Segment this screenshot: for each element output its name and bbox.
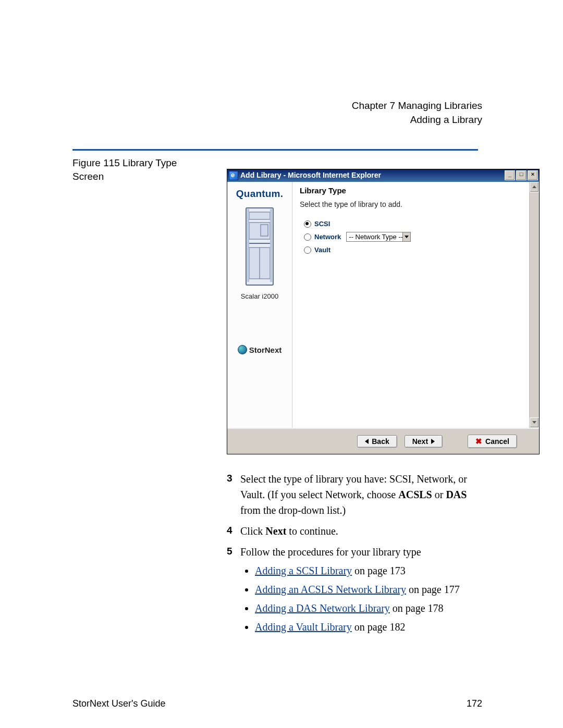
page-footer: StorNext User's Guide 172 bbox=[72, 698, 482, 709]
window-controls: _ □ × bbox=[505, 169, 539, 182]
content-panel: Library Type Select the type of library … bbox=[292, 182, 539, 428]
close-button[interactable]: × bbox=[528, 170, 538, 180]
step-3: 3 Select the type of library you have: S… bbox=[227, 471, 482, 518]
chevron-down-icon[interactable] bbox=[402, 232, 410, 241]
option-network-label: Network bbox=[314, 233, 341, 241]
radio-icon[interactable] bbox=[304, 233, 311, 241]
step-list: 3 Select the type of library you have: S… bbox=[227, 471, 482, 643]
back-button[interactable]: Back bbox=[357, 435, 397, 448]
tape-library-icon bbox=[243, 207, 276, 286]
section-title: Adding a Library bbox=[352, 113, 482, 127]
scroll-track[interactable] bbox=[530, 192, 539, 417]
list-item: Adding a SCSI Library on page 173 bbox=[255, 563, 482, 578]
link-vault[interactable]: Adding a Vault Library bbox=[255, 621, 352, 633]
svg-rect-3 bbox=[261, 225, 268, 236]
option-scsi-label: SCSI bbox=[314, 220, 330, 228]
svg-marker-10 bbox=[532, 186, 536, 188]
svg-marker-9 bbox=[405, 236, 409, 238]
maximize-button[interactable]: □ bbox=[516, 170, 527, 180]
svg-rect-8 bbox=[270, 209, 272, 282]
cancel-label: Cancel bbox=[485, 437, 509, 446]
next-label: Next bbox=[412, 437, 428, 446]
option-vault[interactable]: Vault bbox=[304, 246, 532, 254]
scrollbar[interactable] bbox=[529, 182, 539, 428]
svg-rect-7 bbox=[247, 209, 249, 282]
sidebar-panel: Quantum. Scalar i2000 bbox=[227, 182, 292, 428]
chapter-title: Chapter 7 Managing Libraries bbox=[352, 99, 482, 113]
scroll-up-icon[interactable] bbox=[530, 182, 539, 192]
link-acsls[interactable]: Adding an ACSLS Network Library bbox=[255, 584, 406, 595]
step-number: 4 bbox=[227, 523, 240, 539]
horizontal-rule bbox=[72, 149, 478, 151]
figure-caption: Figure 115 Library Type Screen bbox=[72, 156, 187, 183]
step-4: 4 Click Next to continue. bbox=[227, 523, 482, 539]
next-button[interactable]: Next bbox=[405, 435, 443, 448]
button-bar: Back Next ✖ Cancel bbox=[227, 428, 539, 454]
list-item: Adding a DAS Network Library on page 178 bbox=[255, 600, 482, 616]
minimize-button[interactable]: _ bbox=[505, 170, 515, 180]
sub-links: Adding a SCSI Library on page 173 Adding… bbox=[255, 563, 482, 635]
network-type-value: -- Network Type -- bbox=[349, 233, 403, 241]
radio-icon[interactable] bbox=[304, 220, 311, 228]
list-item: Adding a Vault Library on page 182 bbox=[255, 619, 482, 635]
list-item: Adding an ACSLS Network Library on page … bbox=[255, 582, 482, 597]
cancel-button[interactable]: ✖ Cancel bbox=[468, 435, 517, 448]
arrow-left-icon bbox=[365, 439, 369, 444]
quantum-logo: Quantum. bbox=[236, 188, 283, 200]
step-number: 5 bbox=[227, 544, 240, 638]
footer-left: StorNext User's Guide bbox=[72, 698, 166, 709]
footer-page-number: 172 bbox=[467, 698, 482, 709]
svg-rect-1 bbox=[249, 212, 270, 219]
window-titlebar: Add Library - Microsoft Internet Explore… bbox=[227, 169, 539, 182]
running-header: Chapter 7 Managing Libraries Adding a Li… bbox=[352, 99, 482, 127]
globe-icon bbox=[238, 345, 247, 354]
radio-icon[interactable] bbox=[304, 246, 311, 254]
ie-icon bbox=[229, 171, 238, 180]
link-scsi[interactable]: Adding a SCSI Library bbox=[255, 565, 352, 576]
screenshot-window: Add Library - Microsoft Internet Explore… bbox=[227, 169, 540, 454]
content-subtitle: Select the type of library to add. bbox=[300, 200, 532, 208]
back-label: Back bbox=[372, 437, 389, 446]
arrow-right-icon bbox=[431, 439, 435, 444]
link-das[interactable]: Adding a DAS Network Library bbox=[255, 602, 390, 614]
svg-marker-11 bbox=[532, 421, 536, 424]
model-label: Scalar i2000 bbox=[241, 292, 278, 300]
option-scsi[interactable]: SCSI bbox=[304, 220, 532, 228]
content-title: Library Type bbox=[300, 186, 532, 195]
stornext-logo: StorNext bbox=[238, 345, 282, 354]
step-number: 3 bbox=[227, 471, 240, 518]
x-icon: ✖ bbox=[475, 437, 482, 446]
stornext-text: StorNext bbox=[249, 346, 282, 354]
option-vault-label: Vault bbox=[314, 246, 331, 254]
option-network[interactable]: Network -- Network Type -- bbox=[304, 232, 532, 242]
network-type-select[interactable]: -- Network Type -- bbox=[346, 232, 411, 242]
step-5: 5 Follow the procedures for your library… bbox=[227, 544, 482, 638]
window-title: Add Library - Microsoft Internet Explore… bbox=[240, 169, 505, 182]
scroll-down-icon[interactable] bbox=[530, 417, 539, 428]
